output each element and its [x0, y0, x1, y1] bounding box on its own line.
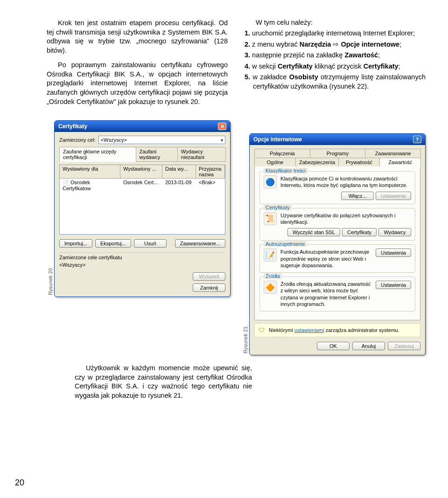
certificates-dialog: Certyfikaty ✕ Zamierzony cel: <Wszyscy> … [54, 120, 231, 297]
chevron-down-icon: ▾ [221, 138, 223, 143]
paragraph-2: Po poprawnym zainstalowaniu certyfikatu … [47, 61, 228, 106]
internet-options-dialog: Opcje internetowe ? Połączenia Programy … [249, 133, 426, 355]
col-issued-to[interactable]: Wystawiony dla [60, 165, 120, 178]
tab-trusted-publishers[interactable]: Zaufani wydawcy [136, 147, 178, 161]
settings-button[interactable]: Ustawienia [376, 192, 411, 200]
figure-21-label: Rysunek 21 [242, 325, 249, 355]
cancel-button[interactable]: Anuluj [352, 342, 385, 350]
tab-security[interactable]: Zabezpieczenia [295, 158, 339, 166]
step-3: 3. następnie przejść na zakładkę Zawarto… [245, 51, 426, 60]
col-issued-by[interactable]: Wystawiony ... [120, 165, 162, 178]
certificates-button[interactable]: Certyfikaty [342, 228, 377, 236]
clear-ssl-button[interactable]: Wyczyść stan SSL [287, 228, 340, 236]
enable-button[interactable]: Włącz... [341, 192, 374, 200]
tab-privacy[interactable]: Prywatność [338, 158, 380, 166]
steps-heading: W tym celu należy: [245, 19, 426, 26]
shield-icon: 🛡 [259, 326, 265, 334]
col-friendly-name[interactable]: Przyjazna nazwa [196, 165, 225, 178]
autocomplete-settings-button[interactable]: Ustawienia [376, 249, 411, 257]
bottom-paragraph: Użytkownik w każdym momencie może upewni… [75, 364, 252, 400]
delete-button[interactable]: Usuń [134, 239, 167, 248]
ok-button[interactable]: OK [317, 342, 350, 350]
import-button[interactable]: Importuj... [59, 239, 92, 248]
certificate-list[interactable]: Wystawiony dla Wystawiony ... Data wy...… [59, 165, 225, 235]
apply-button[interactable]: Zastosuj [388, 342, 420, 350]
group-autocomplete: Autouzupełnianie [264, 241, 307, 247]
autocomplete-icon: 📝 [264, 249, 277, 262]
step-4: 4. w sekcji Certyfikaty kliknąć przycisk… [245, 62, 426, 71]
settings-link[interactable]: ustawieniami [294, 327, 324, 333]
content-advisor-icon: 🔵 [264, 175, 277, 188]
show-button[interactable]: Wyświetl [193, 272, 225, 281]
export-button[interactable]: Eksportuj... [95, 239, 131, 248]
feeds-settings-button[interactable]: Ustawienia [376, 281, 411, 289]
step-1: 1. uruchomić przeglądarkę internetową In… [245, 29, 426, 38]
intended-purposes-value: <Wszyscy> [59, 262, 225, 268]
help-icon[interactable]: ? [413, 136, 421, 143]
purpose-dropdown[interactable]: <Wszyscy> ▾ [98, 136, 225, 144]
group-feeds: Źródła [264, 273, 282, 279]
publishers-button[interactable]: Wydawcy [378, 228, 411, 236]
tab-programs[interactable]: Programy [310, 149, 366, 158]
feeds-icon: 🔶 [264, 281, 277, 294]
tab-content[interactable]: Zawartość [379, 158, 421, 167]
tab-connections[interactable]: Połączenia [254, 149, 310, 158]
tab-advanced[interactable]: Zaawansowane [365, 149, 421, 158]
page-number: 20 [15, 478, 24, 488]
group-content-advisor: Klasyfikator treści [264, 168, 308, 173]
intended-purposes-label: Zamierzone cele certyfikatu [59, 255, 225, 260]
col-expiry[interactable]: Data wy... [162, 165, 196, 178]
group-certificates: Certyfikaty [264, 205, 292, 210]
advanced-button[interactable]: Zaawansowane... [175, 239, 225, 248]
step-2: 2. z menu wybrać Narzędzia ⇨ Opcje inter… [245, 40, 426, 49]
tab-general[interactable]: Ogólne [254, 158, 296, 166]
dialog-title: Certyfikaty [58, 123, 87, 130]
certificate-icon: 📜 [264, 212, 277, 225]
dialog-title: Opcje internetowe [253, 136, 302, 143]
figure-20-label: Rysunek 20 [47, 266, 54, 297]
close-button[interactable]: Zamknij [193, 284, 225, 292]
tab-untrusted-publishers[interactable]: Wydawcy niezaufani [177, 147, 226, 161]
close-icon[interactable]: ✕ [218, 123, 226, 130]
paragraph-1: Krok ten jest ostatnim etapem procesu ce… [47, 19, 228, 55]
purpose-label: Zamierzony cel: [59, 137, 96, 143]
admin-info-bar: 🛡 Niektórymi ustawieniami zarządza admin… [254, 323, 420, 337]
tab-trusted-root[interactable]: Zaufane główne urzędy certyfikacji [59, 147, 136, 162]
table-row[interactable]: 📄 Osrodek Certyfikatow Osrodek Cert... 2… [60, 179, 225, 192]
step-5: 5. w zakładce Osobisty otrzymujemy listę… [245, 73, 426, 91]
